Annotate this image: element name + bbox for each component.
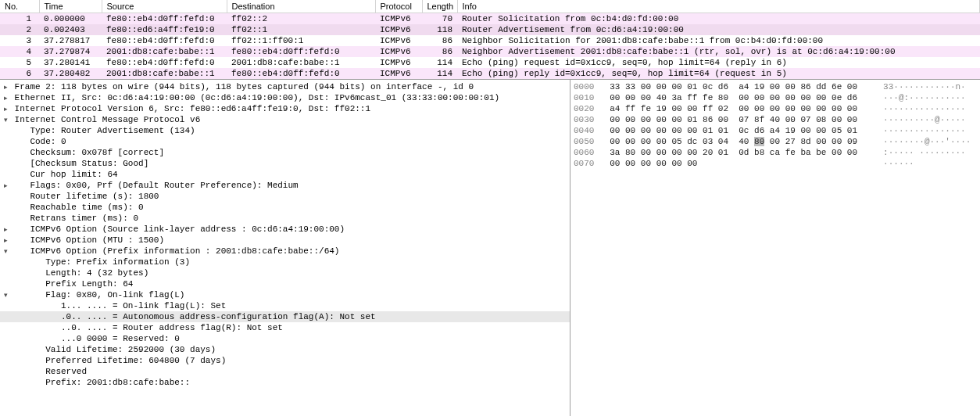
detail-line[interactable]: ▾ ICMPv6 Option (Prefix information : 20… (0, 246, 570, 257)
cell-destination: fe80::eb4:d0ff:fefd:0 (227, 68, 375, 79)
packet-row[interactable]: 337.278817fe80::eb4:d0ff:fefd:0ff02::1:f… (0, 35, 980, 46)
packet-bytes-pane[interactable]: 0000 33 33 00 00 00 01 0c d6 a4 19 00 00… (570, 80, 980, 416)
expand-icon[interactable]: ▸ (2, 235, 9, 246)
cell-no: 1 (0, 13, 39, 25)
detail-line[interactable]: ▸ Frame 2: 118 bytes on wire (944 bits),… (0, 81, 570, 92)
packet-details-pane[interactable]: ▸ Frame 2: 118 bytes on wire (944 bits),… (0, 80, 570, 416)
cell-info: Router Solicitation from 0c:b4:d0:fd:00:… (457, 13, 980, 25)
detail-text: Frame 2: 118 bytes on wire (944 bits), 1… (9, 82, 474, 92)
detail-line[interactable]: Reserved (0, 366, 570, 377)
detail-line[interactable]: 1... .... = On-link flag(L): Set (0, 300, 570, 311)
collapse-icon[interactable]: ▾ (2, 246, 9, 257)
detail-line[interactable]: Type: Prefix information (3) (0, 257, 570, 267)
spacer-icon (2, 300, 9, 311)
col-header-no[interactable]: No. (0, 0, 39, 13)
spacer-icon (2, 125, 9, 136)
bytes-ascii: ··········@····· (883, 115, 966, 124)
detail-text: Reachable time (ms): 0 (9, 203, 144, 212)
detail-text: ICMPv6 Option (Prefix information : 2001… (9, 246, 339, 256)
detail-line[interactable]: ...0 0000 = Reserved: 0 (0, 333, 570, 344)
col-header-time[interactable]: Time (39, 0, 102, 13)
cell-info: Echo (ping) reply id=0x1cc9, seq=0, hop … (457, 68, 980, 79)
expand-icon[interactable]: ▸ (2, 92, 9, 103)
detail-text: ...0 0000 = Reserved: 0 (9, 334, 180, 343)
col-header-length[interactable]: Length (422, 0, 457, 13)
detail-text: Internet Protocol Version 6, Src: fe80::… (9, 104, 370, 113)
detail-line[interactable]: Prefix: 2001:db8:cafe:babe:: (0, 377, 570, 388)
detail-line[interactable]: ▾ Flag: 0x80, On-link flag(L) (0, 289, 570, 300)
packet-row[interactable]: 537.280141fe80::eb4:d0ff:fefd:02001:db8:… (0, 57, 980, 68)
detail-line[interactable]: Valid Lifetime: 2592000 (30 days) (0, 344, 570, 355)
bytes-ascii: :····· ········· (883, 148, 966, 157)
detail-line[interactable]: ▸ Internet Protocol Version 6, Src: fe80… (0, 103, 570, 114)
detail-line[interactable]: Length: 4 (32 bytes) (0, 267, 570, 278)
detail-line[interactable]: [Checksum Status: Good] (0, 158, 570, 169)
expand-icon[interactable]: ▸ (2, 103, 9, 114)
cell-no: 6 (0, 68, 39, 79)
detail-line[interactable]: Retrans timer (ms): 0 (0, 213, 570, 224)
bytes-hex: 00 00 00 40 3a ff fe 80 00 00 00 00 00 0… (610, 93, 857, 102)
detail-text: ICMPv6 Option (MTU : 1500) (9, 235, 164, 245)
packet-header-row[interactable]: No. Time Source Destination Protocol Len… (0, 0, 980, 13)
bytes-row[interactable]: 0000 33 33 00 00 00 01 0c d6 a4 19 00 00… (574, 81, 977, 92)
bytes-row[interactable]: 0030 00 00 00 00 00 01 86 00 07 8f 40 00… (574, 114, 977, 125)
detail-line[interactable]: Code: 0 (0, 136, 570, 147)
detail-line[interactable]: ..0. .... = Router address flag(R): Not … (0, 322, 570, 333)
detail-line[interactable]: Preferred Lifetime: 604800 (7 days) (0, 355, 570, 366)
detail-line[interactable]: Prefix Length: 64 (0, 278, 570, 289)
cell-protocol: ICMPv6 (375, 24, 422, 35)
collapse-icon[interactable]: ▾ (2, 114, 9, 125)
collapse-icon[interactable]: ▾ (2, 289, 9, 300)
packet-row[interactable]: 637.2804822001:db8:cafe:babe::1fe80::eb4… (0, 68, 980, 79)
detail-line[interactable]: Type: Router Advertisement (134) (0, 125, 570, 136)
packet-row[interactable]: 437.2798742001:db8:cafe:babe::1fe80::eb4… (0, 46, 980, 57)
bytes-row[interactable]: 0010 00 00 00 40 3a ff fe 80 00 00 00 00… (574, 92, 977, 103)
spacer-icon (2, 158, 9, 169)
packet-row[interactable]: 20.002403fe80::ed6:a4ff:fe19:0ff02::1ICM… (0, 24, 980, 35)
detail-line[interactable]: Router lifetime (s): 1800 (0, 191, 570, 202)
col-header-proto[interactable]: Protocol (375, 0, 422, 13)
detail-line[interactable]: ▸ ICMPv6 Option (MTU : 1500) (0, 235, 570, 246)
bytes-row[interactable]: 0040 00 00 00 00 00 00 01 01 0c d6 a4 19… (574, 125, 977, 136)
packet-row[interactable]: 10.000000fe80::eb4:d0ff:fefd:0ff02::2ICM… (0, 13, 980, 25)
bytes-row[interactable]: 0060 3a 80 00 00 00 00 20 01 0d b8 ca fe… (574, 147, 977, 158)
bytes-offset: 0070 (574, 159, 610, 168)
cell-time: 37.280141 (39, 57, 102, 68)
detail-text: Code: 0 (9, 137, 66, 146)
bytes-offset: 0020 (574, 104, 610, 113)
cell-protocol: ICMPv6 (375, 35, 422, 46)
spacer-icon (2, 311, 9, 322)
bytes-hex: a4 ff fe 19 00 00 ff 02 00 00 00 00 00 0… (610, 104, 857, 113)
bytes-row[interactable]: 0020 a4 ff fe 19 00 00 ff 02 00 00 00 00… (574, 103, 977, 114)
detail-line[interactable]: .0.. .... = Autonomous address-configura… (0, 311, 570, 322)
cell-source: fe80::ed6:a4ff:fe19:0 (102, 24, 227, 35)
cell-time: 0.000000 (39, 13, 102, 25)
detail-line[interactable]: ▾ Internet Control Message Protocol v6 (0, 114, 570, 125)
col-header-info[interactable]: Info (457, 0, 980, 13)
detail-line[interactable]: Reachable time (ms): 0 (0, 202, 570, 213)
expand-icon[interactable]: ▸ (2, 180, 9, 191)
packet-table[interactable]: No. Time Source Destination Protocol Len… (0, 0, 980, 79)
detail-line[interactable]: ▸ Ethernet II, Src: 0c:d6:a4:19:00:00 (0… (0, 92, 570, 103)
cell-time: 37.280482 (39, 68, 102, 79)
detail-line[interactable]: ▸ Flags: 0x00, Prf (Default Router Prefe… (0, 180, 570, 191)
expand-icon[interactable]: ▸ (2, 224, 9, 235)
cell-info: Neighbor Advertisement 2001:db8:cafe:bab… (457, 46, 980, 57)
expand-icon[interactable]: ▸ (2, 81, 9, 92)
detail-text: Retrans timer (ms): 0 (9, 214, 138, 223)
cell-protocol: ICMPv6 (375, 46, 422, 57)
col-header-dest[interactable]: Destination (227, 0, 375, 13)
bytes-row[interactable]: 0050 00 00 00 00 05 dc 03 04 40 80 00 27… (574, 136, 977, 147)
col-header-source[interactable]: Source (102, 0, 227, 13)
cell-time: 37.278817 (39, 35, 102, 46)
detail-line[interactable]: ▸ ICMPv6 Option (Source link-layer addre… (0, 224, 570, 235)
cell-no: 2 (0, 24, 39, 35)
detail-line[interactable]: Checksum: 0x078f [correct] (0, 147, 570, 158)
bytes-row[interactable]: 0070 00 00 00 00 00 00 ······ (574, 158, 977, 169)
bytes-hex: 3a 80 00 00 00 00 20 01 0d b8 ca fe ba b… (610, 148, 857, 157)
packet-list-pane[interactable]: No. Time Source Destination Protocol Len… (0, 0, 980, 80)
spacer-icon (2, 257, 9, 267)
detail-line[interactable]: Cur hop limit: 64 (0, 169, 570, 180)
cell-info: Neighbor Solicitation for 2001:db8:cafe:… (457, 35, 980, 46)
detail-text: ICMPv6 Option (Source link-layer address… (9, 224, 345, 234)
